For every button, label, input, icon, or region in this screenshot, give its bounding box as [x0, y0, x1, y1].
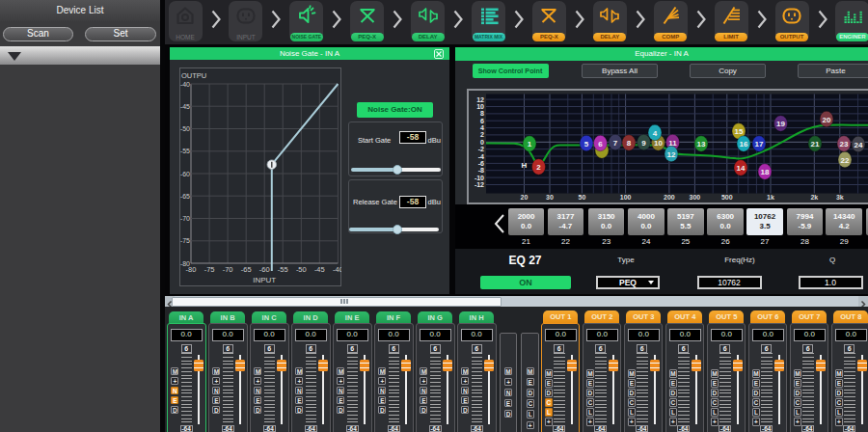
svg-text:-10: -10	[475, 175, 484, 181]
svg-text:-60: -60	[180, 171, 190, 177]
svg-text:7: 7	[613, 139, 618, 148]
svg-text:0: 0	[480, 139, 484, 146]
svg-text:1: 1	[528, 140, 532, 148]
svg-text:-65: -65	[180, 193, 190, 200]
svg-text:-60: -60	[259, 265, 270, 274]
svg-text:15: 15	[735, 127, 744, 136]
svg-text:500: 500	[721, 194, 733, 201]
svg-text:H: H	[522, 161, 528, 170]
svg-text:2: 2	[480, 131, 484, 138]
svg-text:21: 21	[811, 140, 820, 148]
svg-text:-6: -6	[478, 160, 484, 167]
svg-text:-80: -80	[186, 265, 197, 274]
svg-text:24: 24	[854, 141, 863, 149]
svg-text:5: 5	[584, 140, 589, 148]
svg-text:10: 10	[654, 139, 663, 148]
svg-text:INPUT: INPUT	[253, 276, 276, 284]
svg-text:11: 11	[668, 139, 677, 148]
svg-text:200: 200	[664, 194, 675, 201]
svg-text:14: 14	[737, 164, 746, 173]
svg-text:-4: -4	[478, 153, 484, 160]
svg-text:13: 13	[697, 140, 706, 148]
svg-text:8: 8	[627, 139, 632, 148]
svg-text:-75: -75	[180, 237, 190, 244]
svg-text:6: 6	[598, 140, 603, 148]
svg-text:9: 9	[641, 139, 646, 148]
svg-text:-55: -55	[180, 148, 190, 154]
svg-text:3k: 3k	[836, 194, 844, 201]
svg-text:22: 22	[841, 156, 850, 165]
svg-text:-45: -45	[180, 103, 190, 110]
svg-text:23: 23	[840, 140, 849, 148]
svg-text:300: 300	[690, 194, 701, 201]
svg-text:-40: -40	[180, 81, 190, 88]
svg-text:-2: -2	[478, 146, 484, 152]
svg-text:2k: 2k	[810, 194, 818, 201]
svg-text:50: 50	[579, 194, 586, 201]
svg-text:30: 30	[546, 194, 554, 201]
svg-text:-55: -55	[278, 265, 288, 274]
svg-text:-50: -50	[296, 265, 307, 274]
svg-text:12: 12	[476, 96, 484, 103]
svg-text:19: 19	[776, 120, 785, 128]
svg-text:-65: -65	[241, 265, 252, 274]
svg-text:100: 100	[620, 194, 632, 201]
svg-text:4: 4	[653, 129, 658, 138]
svg-text:-8: -8	[478, 167, 484, 174]
svg-text:-40: -40	[333, 265, 341, 274]
svg-text:-12: -12	[475, 181, 484, 188]
svg-text:12: 12	[667, 150, 676, 159]
svg-text:20: 20	[521, 194, 529, 201]
svg-text:17: 17	[755, 140, 764, 148]
svg-text:2: 2	[536, 163, 541, 172]
svg-text:10: 10	[476, 103, 484, 110]
svg-text:-75: -75	[204, 265, 215, 274]
svg-text:4: 4	[480, 124, 484, 131]
svg-text:18: 18	[761, 168, 770, 176]
svg-text:1k: 1k	[767, 194, 774, 201]
svg-text:-70: -70	[180, 215, 190, 222]
svg-text:-45: -45	[314, 265, 325, 274]
svg-text:8: 8	[480, 110, 484, 117]
svg-text:16: 16	[740, 140, 748, 148]
svg-text:6: 6	[480, 118, 484, 124]
svg-text:-50: -50	[180, 125, 190, 132]
svg-text:-70: -70	[223, 265, 233, 274]
svg-text:20: 20	[823, 116, 831, 124]
